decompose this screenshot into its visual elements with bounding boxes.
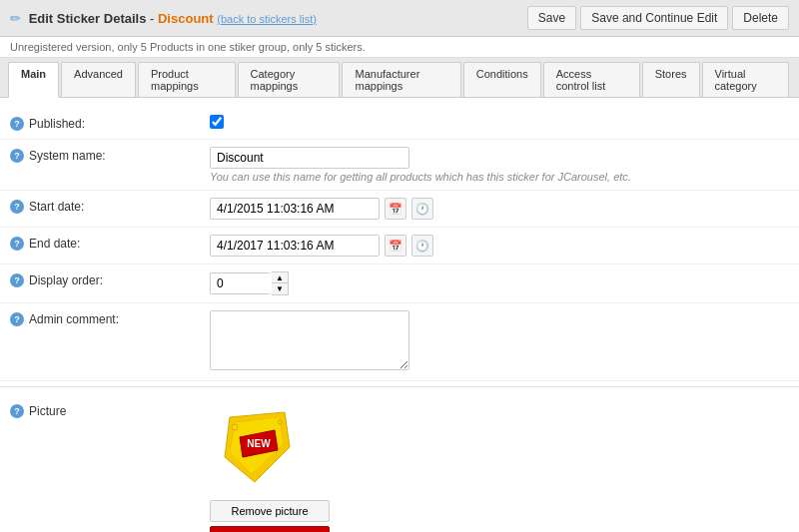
- end-date-help-icon[interactable]: ?: [10, 237, 24, 251]
- end-date-time-btn[interactable]: 🕐: [411, 235, 433, 257]
- start-date-row: ? Start date: 📅 🕐: [0, 191, 799, 228]
- delete-button[interactable]: Delete: [732, 6, 789, 30]
- tab-manufacturer-mappings[interactable]: Manufacturer mappings: [342, 62, 460, 97]
- display-order-input[interactable]: [210, 272, 270, 294]
- end-date-label-text: End date:: [29, 237, 80, 251]
- tab-conditions[interactable]: Conditions: [463, 62, 541, 97]
- start-date-input[interactable]: [210, 198, 380, 220]
- picture-controls: NEW Remove picture Upload a file Add fro…: [210, 402, 789, 532]
- system-name-field: You can use this name for getting all pr…: [210, 147, 789, 183]
- start-date-label-text: Start date:: [29, 200, 84, 214]
- tabs-bar: Main Advanced Product mappings Category …: [0, 58, 799, 98]
- admin-comment-row: ? Admin comment:: [0, 303, 799, 381]
- remove-picture-button[interactable]: Remove picture: [210, 500, 330, 522]
- system-name-row: ? System name: You can use this name for…: [0, 140, 799, 191]
- end-date-row: ? End date: 📅 🕐: [0, 228, 799, 265]
- system-name-help-icon[interactable]: ?: [10, 149, 24, 163]
- display-order-down-arrow[interactable]: ▼: [272, 283, 288, 294]
- end-date-row-inner: 📅 🕐: [210, 235, 789, 257]
- warning-text: Unregistered version, only 5 Products in…: [10, 41, 366, 53]
- display-order-arrows: ▲ ▼: [272, 271, 289, 295]
- published-label-text: Published:: [29, 117, 85, 131]
- display-order-help-icon[interactable]: ?: [10, 273, 24, 287]
- svg-point-5: [278, 420, 282, 424]
- display-order-label: ? Display order:: [10, 271, 210, 287]
- header-buttons: Save Save and Continue Edit Delete: [527, 6, 789, 30]
- tab-virtual-category[interactable]: Virtual category: [702, 62, 790, 97]
- page-title: ✏ Edit Sticker Details - Discount (back …: [10, 11, 317, 26]
- display-order-label-text: Display order:: [29, 273, 103, 287]
- end-date-label: ? End date:: [10, 235, 210, 251]
- header-bar: ✏ Edit Sticker Details - Discount (back …: [0, 0, 799, 37]
- tab-access-control[interactable]: Access control list: [543, 62, 640, 97]
- end-date-calendar-btn[interactable]: 📅: [385, 235, 406, 257]
- picture-preview: NEW: [210, 402, 300, 492]
- start-date-field: 📅 🕐: [210, 198, 789, 220]
- published-row: ? Published:: [0, 108, 799, 140]
- svg-text:NEW: NEW: [247, 438, 271, 449]
- display-order-spinner: ▲ ▼: [210, 271, 789, 295]
- save-continue-button[interactable]: Save and Continue Edit: [580, 6, 728, 30]
- start-date-calendar-btn[interactable]: 📅: [385, 198, 406, 220]
- picture-help-icon[interactable]: ?: [10, 404, 24, 418]
- system-name-input[interactable]: [210, 147, 409, 169]
- admin-comment-label: ? Admin comment:: [10, 310, 210, 326]
- header-subtitle: Discount: [158, 11, 214, 26]
- tab-stores[interactable]: Stores: [642, 62, 700, 97]
- section-divider-1: [0, 386, 799, 387]
- tab-product-mappings[interactable]: Product mappings: [138, 62, 236, 97]
- system-name-label: ? System name:: [10, 147, 210, 163]
- admin-comment-label-text: Admin comment:: [29, 312, 119, 326]
- display-order-field: ▲ ▼: [210, 271, 789, 295]
- end-date-field: 📅 🕐: [210, 235, 789, 257]
- tab-main[interactable]: Main: [8, 62, 59, 98]
- edit-icon: ✏: [10, 11, 21, 26]
- picture-buttons: Remove picture Upload a file Add from ga…: [210, 500, 330, 532]
- published-help-icon[interactable]: ?: [10, 117, 24, 131]
- sticker-svg: NEW: [210, 402, 300, 492]
- start-date-label: ? Start date:: [10, 198, 210, 214]
- start-date-row-inner: 📅 🕐: [210, 198, 789, 220]
- tab-category-mappings[interactable]: Category mappings: [238, 62, 341, 97]
- admin-comment-help-icon[interactable]: ?: [10, 312, 24, 326]
- picture-label-text: Picture: [29, 404, 66, 418]
- warning-bar: Unregistered version, only 5 Products in…: [0, 37, 799, 58]
- tab-advanced[interactable]: Advanced: [61, 62, 136, 97]
- published-checkbox[interactable]: [210, 115, 224, 129]
- save-button[interactable]: Save: [527, 6, 576, 30]
- published-label: ? Published:: [10, 115, 210, 131]
- main-content: ? Published: ? System name: You can use …: [0, 98, 799, 532]
- header-title-text: Edit Sticker Details: [29, 11, 147, 26]
- start-date-time-btn[interactable]: 🕐: [411, 198, 433, 220]
- picture-label: ? Picture: [10, 402, 210, 418]
- upload-file-button[interactable]: Upload a file: [210, 526, 330, 532]
- admin-comment-textarea[interactable]: [210, 310, 409, 370]
- back-to-list-link[interactable]: (back to stickers list): [217, 13, 317, 25]
- system-name-label-text: System name:: [29, 149, 106, 163]
- start-date-help-icon[interactable]: ?: [10, 200, 24, 214]
- end-date-input[interactable]: [210, 235, 380, 257]
- svg-point-4: [232, 424, 238, 430]
- picture-section: ? Picture NEW Remove: [0, 392, 799, 532]
- published-field: [210, 115, 789, 132]
- system-name-hint: You can use this name for getting all pr…: [210, 171, 789, 183]
- admin-comment-field: [210, 310, 789, 373]
- display-order-row: ? Display order: ▲ ▼: [0, 265, 799, 303]
- display-order-up-arrow[interactable]: ▲: [272, 272, 288, 283]
